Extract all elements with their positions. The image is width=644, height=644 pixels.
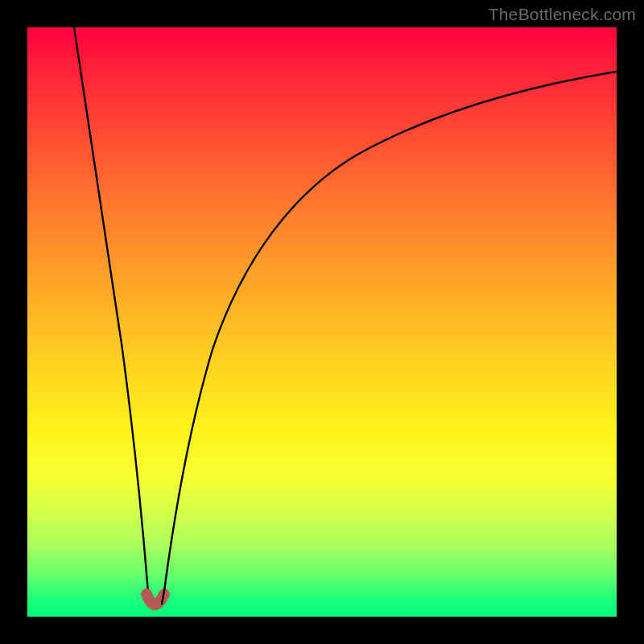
- curve-layer: [27, 27, 617, 617]
- bottleneck-curve-right: [162, 72, 617, 604]
- bottleneck-curve-left: [74, 27, 149, 604]
- plot-area: [27, 27, 617, 617]
- watermark-text: TheBottleneck.com: [489, 5, 636, 24]
- chart-frame: TheBottleneck.com: [0, 0, 644, 644]
